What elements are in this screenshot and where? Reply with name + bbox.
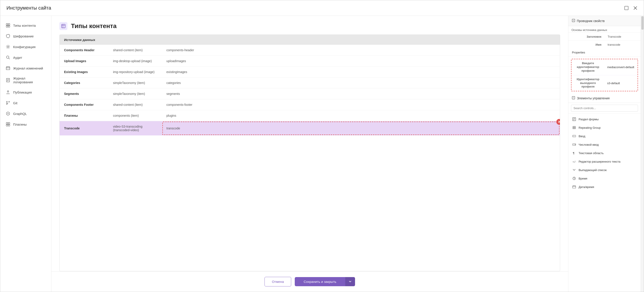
- maximize-button[interactable]: [624, 6, 629, 10]
- control-item-datetime[interactable]: Дата/время: [568, 183, 641, 191]
- table-row[interactable]: Segments simpleTaxonomy (item) segments: [60, 88, 560, 99]
- panel-collapse-icon[interactable]: [572, 19, 575, 23]
- control-item-dropdown[interactable]: Выпадающий список: [568, 166, 641, 174]
- sidebar-item-change-log[interactable]: Журнал изменений: [0, 63, 51, 73]
- table-row[interactable]: Categories simpleTaxonomy (item) categor…: [60, 78, 560, 88]
- dashed-prop-label: Идентификатор выходного профиля: [572, 75, 605, 91]
- controls-title: Элементы управления: [577, 96, 610, 100]
- row-id: existingImages: [162, 67, 560, 78]
- page-title: Типы контента: [71, 23, 116, 30]
- scrollbar[interactable]: [641, 16, 644, 292]
- dashed-prop-value: s3-default: [605, 75, 638, 91]
- svg-rect-42: [573, 127, 576, 128]
- svg-rect-26: [8, 123, 10, 124]
- row-name: Existing Images: [60, 67, 108, 78]
- properties-dashed-box: Введите идентификатор профиля mediaconve…: [571, 59, 638, 91]
- control-item-textarea[interactable]: ¶ Текстовая область: [568, 149, 641, 157]
- control-label: Раздел формы: [578, 118, 598, 121]
- input-icon: [572, 134, 576, 138]
- dashed-prop-row: Идентификатор выходного профиля s3-defau…: [572, 75, 638, 91]
- repeating-group-icon: [572, 125, 576, 130]
- upload-icon: [6, 90, 10, 95]
- sidebar-item-content-types[interactable]: Типы контента: [0, 20, 51, 31]
- table-row[interactable]: Components Footer shared-content (item) …: [60, 99, 560, 110]
- sidebar-label: Git: [13, 101, 17, 105]
- control-label: Ввод: [578, 135, 585, 138]
- cancel-button[interactable]: Отмена: [264, 277, 291, 286]
- svg-point-7: [7, 46, 9, 48]
- save-close-button[interactable]: Сохранить и закрыть: [295, 277, 345, 286]
- sidebar-item-encryption[interactable]: Шифрование: [0, 31, 51, 41]
- row-name: Components Footer: [60, 99, 108, 110]
- table-row-transcode[interactable]: Transcode video-S3-transcoding (transcod…: [60, 121, 560, 136]
- prop-value: transcode: [605, 41, 641, 49]
- control-item-time[interactable]: Время: [568, 174, 641, 183]
- git-icon: [6, 100, 10, 105]
- row-id: uploadImages: [162, 56, 560, 67]
- control-item-numeric-input[interactable]: Числовой ввод: [568, 140, 641, 149]
- control-label: Выпадающий список: [578, 168, 607, 172]
- sidebar-label: Аудит: [13, 56, 22, 60]
- delete-row-button[interactable]: [556, 119, 560, 125]
- row-type: simpleTaxonomy (item): [108, 78, 162, 88]
- dashed-prop-label: Введите идентификатор профиля: [572, 59, 605, 75]
- svg-rect-55: [572, 186, 576, 188]
- shield-icon: [6, 34, 10, 39]
- svg-rect-0: [625, 6, 628, 10]
- sidebar-label: Журнал изменений: [13, 66, 43, 70]
- control-label: Редактор расширенного текста: [578, 160, 620, 163]
- controls-list: Раздел формы Repeating Group: [568, 114, 641, 192]
- titlebar-controls: [624, 6, 638, 10]
- table-row[interactable]: Existing Images img-repository-upload (i…: [60, 67, 560, 78]
- svg-rect-27: [6, 125, 8, 126]
- control-item-rich-text[interactable]: </> Редактор расширенного текста: [568, 157, 641, 166]
- svg-text:¶: ¶: [573, 151, 574, 155]
- svg-line-54: [574, 178, 575, 179]
- right-panel-inner: Проводник свойств Основы источника данны…: [568, 16, 644, 292]
- svg-rect-5: [6, 26, 8, 27]
- window-title: Инструменты сайта: [6, 5, 51, 11]
- sidebar-label: Публикация: [13, 90, 32, 94]
- table-row[interactable]: Upload Images img-desktop-upload (image)…: [60, 56, 560, 67]
- textarea-icon: ¶: [572, 151, 576, 155]
- row-name: Плагины: [60, 110, 108, 121]
- sidebar-item-configuration[interactable]: Конфигурация: [0, 42, 51, 52]
- sidebar-label: Типы контента: [13, 24, 36, 27]
- table-row[interactable]: Components Header shared-content (item) …: [60, 45, 560, 56]
- svg-point-20: [9, 101, 10, 102]
- row-name: Categories: [60, 78, 108, 88]
- page-icon: [60, 22, 68, 30]
- table-row[interactable]: Плагины components (item) plugins: [60, 110, 560, 121]
- properties-panel-header: Проводник свойств: [568, 16, 641, 26]
- row-id: plugins: [162, 110, 560, 121]
- sidebar-item-plugins[interactable]: Плагины: [0, 119, 51, 129]
- prop-label: Заголовок: [568, 33, 605, 41]
- scrollbar-thumb[interactable]: [641, 16, 644, 30]
- puzzle-icon: [6, 122, 10, 127]
- collapse-icon[interactable]: [572, 96, 575, 100]
- control-item-repeating-group[interactable]: Repeating Group: [568, 123, 641, 132]
- control-item-input[interactable]: Ввод: [568, 132, 641, 140]
- form-section-icon: [572, 117, 576, 121]
- dashed-props-table: Введите идентификатор профиля mediaconve…: [572, 59, 638, 91]
- close-button[interactable]: [633, 6, 638, 10]
- prop-label: Имя: [568, 41, 605, 49]
- titlebar: Инструменты сайта: [0, 0, 644, 16]
- sidebar-item-git[interactable]: Git: [0, 98, 51, 108]
- save-dropdown-button[interactable]: [345, 277, 355, 286]
- row-name: Upload Images: [60, 56, 108, 67]
- dropdown-icon: [572, 168, 576, 172]
- search-icon: [6, 55, 10, 60]
- sidebar-item-graphql[interactable]: GraphQL: [0, 109, 51, 119]
- sidebar-item-log-journal[interactable]: Журнал логирования: [0, 74, 51, 87]
- row-type: components (item): [108, 110, 162, 121]
- control-item-form-section[interactable]: Раздел формы: [568, 115, 641, 123]
- search-controls-input[interactable]: [571, 105, 638, 112]
- control-label: Дата/время: [578, 185, 594, 189]
- center-content: Типы контента Источники данных Component…: [52, 16, 568, 292]
- sidebar-label: Шифрование: [13, 34, 34, 38]
- sidebar-item-publication[interactable]: Публикация: [0, 87, 51, 97]
- properties-panel-title: Проводник свойств: [577, 19, 605, 23]
- sidebar-label: Плагины: [13, 123, 27, 126]
- sidebar-item-audit[interactable]: Аудит: [0, 52, 51, 63]
